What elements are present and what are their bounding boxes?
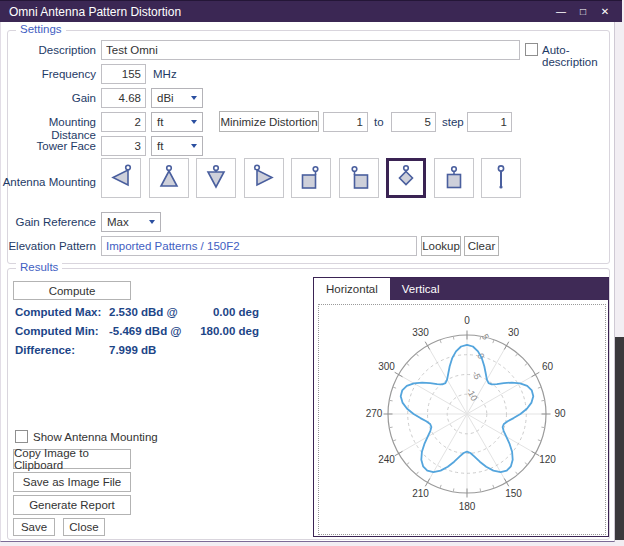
- square-leg-left-icon: [344, 163, 374, 193]
- chevron-down-icon: [149, 220, 155, 224]
- mounting-distance-input[interactable]: [101, 112, 146, 132]
- polar-chart: 030609012015018021024027030033050-5-10: [318, 304, 606, 535]
- svg-text:120: 120: [539, 454, 556, 465]
- gain-reference-value: Max: [107, 216, 129, 228]
- close-button[interactable]: Close: [63, 518, 105, 536]
- tab-horizontal[interactable]: Horizontal: [314, 278, 390, 300]
- results-group-label: Results: [16, 261, 62, 273]
- background-window-strip: [615, 337, 624, 540]
- copy-image-button[interactable]: Copy Image to Clipboard: [13, 449, 131, 469]
- step-input[interactable]: [467, 112, 512, 132]
- antenna-mounting-option-triangle-right[interactable]: [244, 158, 284, 198]
- triangle-right-icon: [249, 163, 279, 193]
- computed-min-angle: 180.00 deg: [195, 325, 259, 337]
- elevation-pattern-label: Elevation Pattern: [1, 240, 96, 253]
- svg-text:240: 240: [378, 454, 395, 465]
- frequency-label: Frequency: [1, 68, 96, 81]
- diamond-icon: [391, 163, 421, 193]
- computed-max-value: 2.530 dBd @: [109, 306, 195, 318]
- compute-button[interactable]: Compute: [13, 281, 131, 300]
- difference-row: Difference: 7.999 dB: [15, 344, 259, 356]
- elevation-pattern-input[interactable]: [101, 236, 417, 256]
- svg-text:-5: -5: [470, 369, 483, 381]
- close-icon[interactable]: ✕: [596, 3, 614, 21]
- difference-angle: [195, 344, 259, 356]
- gain-input[interactable]: [101, 88, 146, 108]
- svg-text:0: 0: [464, 315, 470, 326]
- pattern-tab-strip: HorizontalVertical: [314, 278, 608, 300]
- svg-text:5: 5: [480, 332, 491, 341]
- frequency-input[interactable]: [101, 64, 146, 84]
- description-input[interactable]: [101, 40, 520, 60]
- gain-unit-dropdown[interactable]: dBi: [151, 88, 203, 108]
- triangle-down-icon: [201, 163, 231, 193]
- tower-face-input[interactable]: [101, 136, 146, 156]
- tower-face-unit-dropdown[interactable]: ft: [151, 136, 203, 156]
- antenna-mounting-option-triangle-left[interactable]: [101, 158, 141, 198]
- description-label: Description: [1, 44, 96, 57]
- antenna-mounting-option-diamond[interactable]: [386, 158, 426, 198]
- title-bar: Omni Antenna Pattern Distortion — □ ✕: [0, 0, 622, 22]
- auto-description-checkbox[interactable]: [525, 43, 538, 56]
- triangle-left-icon: [106, 163, 136, 193]
- window-controls: — □ ✕: [552, 3, 614, 21]
- svg-text:180: 180: [459, 501, 476, 512]
- lookup-button[interactable]: Lookup: [421, 236, 461, 256]
- tab-vertical[interactable]: Vertical: [390, 278, 452, 300]
- clear-button[interactable]: Clear: [464, 236, 499, 256]
- antenna-mounting-label: Antenna Mounting: [1, 176, 96, 189]
- square-leg-right-icon: [296, 163, 326, 193]
- settings-group: Settings: [7, 30, 610, 264]
- svg-text:90: 90: [554, 408, 566, 419]
- square-top-icon: [439, 163, 469, 193]
- minimize-distortion-button[interactable]: Minimize Distortion: [219, 111, 319, 132]
- show-antenna-mounting-label: Show Antenna Mounting: [33, 431, 158, 443]
- settings-group-label: Settings: [16, 23, 66, 35]
- antenna-mounting-options: [101, 158, 529, 198]
- range-from-input[interactable]: [323, 112, 368, 132]
- minimize-icon[interactable]: —: [552, 3, 570, 21]
- pole-icon: [486, 163, 516, 193]
- computed-min-label: Computed Min:: [15, 325, 109, 337]
- svg-text:270: 270: [366, 408, 383, 419]
- computed-max-label: Computed Max:: [15, 306, 109, 318]
- antenna-mounting-option-square-leg-left[interactable]: [339, 158, 379, 198]
- chevron-down-icon: [191, 144, 197, 148]
- svg-text:60: 60: [542, 361, 554, 372]
- save-button[interactable]: Save: [13, 518, 55, 536]
- gain-reference-dropdown[interactable]: Max: [101, 212, 161, 232]
- to-label: to: [374, 116, 384, 128]
- maximize-icon[interactable]: □: [574, 3, 592, 21]
- antenna-mounting-option-pole[interactable]: [481, 158, 521, 198]
- save-image-button[interactable]: Save as Image File: [13, 472, 131, 492]
- step-label: step: [442, 116, 464, 128]
- pattern-tab-control: HorizontalVertical 030609012015018021024…: [313, 277, 609, 537]
- antenna-mounting-option-square-top[interactable]: [434, 158, 474, 198]
- antenna-mounting-option-triangle-up[interactable]: [149, 158, 189, 198]
- computed-min-row: Computed Min: -5.469 dBd @ 180.00 deg: [15, 325, 259, 337]
- chevron-down-icon: [191, 120, 197, 124]
- svg-text:330: 330: [412, 327, 429, 338]
- tower-face-label: Tower Face: [1, 140, 96, 153]
- gain-label: Gain: [1, 92, 96, 105]
- range-to-input[interactable]: [391, 112, 436, 132]
- mounting-distance-label: Mounting Distance: [1, 116, 96, 142]
- triangle-up-icon: [154, 163, 184, 193]
- antenna-mounting-option-square-leg-right[interactable]: [291, 158, 331, 198]
- generate-report-button[interactable]: Generate Report: [13, 495, 131, 515]
- svg-text:300: 300: [378, 361, 395, 372]
- show-antenna-mounting-checkbox[interactable]: [15, 430, 28, 443]
- polar-plot-svg: 030609012015018021024027030033050-5-10: [319, 305, 605, 534]
- svg-text:210: 210: [412, 488, 429, 499]
- svg-text:150: 150: [505, 488, 522, 499]
- mounting-distance-unit-dropdown[interactable]: ft: [151, 112, 203, 132]
- difference-label: Difference:: [15, 344, 109, 356]
- computed-max-angle: 0.00 deg: [195, 306, 259, 318]
- mounting-distance-unit-value: ft: [157, 116, 163, 128]
- computed-max-row: Computed Max: 2.530 dBd @ 0.00 deg: [15, 306, 259, 318]
- dialog-content: Settings Description Auto-description Fr…: [0, 22, 615, 542]
- auto-description-label: Auto-description: [542, 44, 614, 68]
- frequency-unit-label: MHz: [153, 68, 177, 80]
- computed-min-value: -5.469 dBd @: [109, 325, 195, 337]
- antenna-mounting-option-triangle-down[interactable]: [196, 158, 236, 198]
